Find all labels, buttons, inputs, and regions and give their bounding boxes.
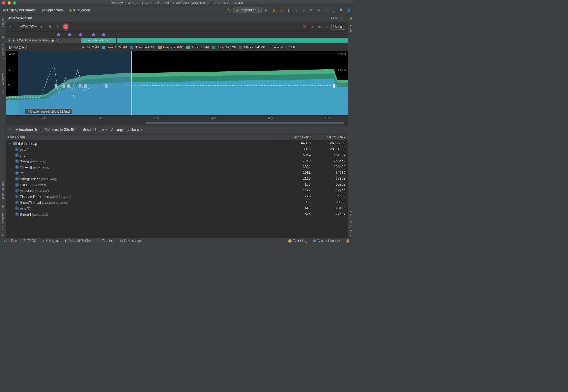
- legend-native: Native: 4.41MB: [130, 46, 155, 49]
- table-row[interactable]: char[]63541187904: [6, 152, 348, 158]
- allocations-table[interactable]: ▾default heap4405826065032byte[]30102301…: [6, 140, 348, 238]
- gradle-console-button[interactable]: ▣ Gradle Console: [312, 239, 341, 243]
- record-button[interactable]: [63, 24, 68, 29]
- gear-icon[interactable]: ⚙ ▾: [331, 16, 337, 20]
- terminal-tool-button[interactable]: ⬛ Terminal: [95, 239, 116, 243]
- avd-icon[interactable]: ⬇: [316, 7, 322, 13]
- profiler-tool-button[interactable]: ◐ Android Profiler: [63, 239, 93, 243]
- zoom-out-icon[interactable]: ⊖: [309, 24, 315, 30]
- table-row[interactable]: StructTimeval (android.system)95830656: [6, 199, 348, 205]
- heap-dump-icon[interactable]: ⬇: [55, 24, 61, 30]
- structure-tool-button[interactable]: 7: Structure: [1, 42, 5, 61]
- table-row[interactable]: ArrayList (java.util)149247744: [6, 188, 348, 194]
- table-row[interactable]: ▾default heap4405826065032: [6, 140, 348, 146]
- status-bar: ▶ 4: Run ☑ TODO ≡ 6: Logcat ◐ Android Pr…: [0, 238, 353, 243]
- play-icon: ▶: [4, 239, 6, 243]
- reset-zoom-icon[interactable]: ⦵: [324, 24, 330, 30]
- column-alloc-count[interactable]: Alloc Count: [281, 135, 313, 140]
- zoom-window-icon[interactable]: [13, 1, 16, 5]
- structure-icon[interactable]: ◫: [331, 7, 337, 13]
- main-toolbar: ▣ DisplayingBitmaps 〉 ▣ Application 〉 ◉ …: [0, 6, 353, 14]
- gradle-tool-button[interactable]: Gradle: [349, 24, 353, 36]
- todo-tool-button[interactable]: ☑ TODO: [21, 239, 38, 243]
- debug-icon[interactable]: 🐞: [278, 7, 284, 13]
- column-shallow-size[interactable]: Shallow Size ▾: [313, 135, 348, 140]
- project-tool-button[interactable]: 1: Project: [1, 16, 5, 32]
- breadcrumb-item[interactable]: ◉ build.gradle: [68, 8, 92, 13]
- chevron-right-icon: 〉: [93, 8, 95, 12]
- download-icon[interactable]: ⤓: [340, 16, 343, 20]
- class-icon: [15, 147, 19, 151]
- table-row[interactable]: byte[]301023011560: [6, 146, 348, 152]
- apply-changes-icon[interactable]: ⚡: [271, 7, 277, 13]
- favorites-tool-button[interactable]: 2: Favorites: [1, 212, 5, 230]
- timeline-scrollbar[interactable]: [6, 121, 348, 124]
- memory-section-dropdown[interactable]: MEMORY ▾: [17, 24, 45, 30]
- back-icon[interactable]: ←: [8, 23, 15, 31]
- heap-filter-dropdown[interactable]: default heap▾: [83, 127, 107, 132]
- touch-event-icon: [79, 33, 82, 36]
- messages-tool-button[interactable]: ✉ 0: Messages: [119, 239, 144, 243]
- table-row[interactable]: String (java.lang)7249743664: [6, 158, 348, 164]
- table-row[interactable]: byte[][]44528176: [6, 205, 348, 211]
- build-variants-tool-button[interactable]: Build Variants: [1, 179, 5, 201]
- lock-icon[interactable]: 🔒: [344, 239, 351, 243]
- stop-icon[interactable]: ■: [301, 7, 307, 13]
- breadcrumb-item[interactable]: ▣ Application: [40, 8, 64, 13]
- todo-icon: ☑: [23, 239, 26, 243]
- table-row[interactable]: Class (java.lang)15855232: [6, 182, 348, 188]
- activity-segment: ui.ImageGridActivity – saved – stopped: [6, 38, 81, 43]
- run-icon[interactable]: ▶: [263, 7, 269, 13]
- class-icon: [15, 195, 19, 198]
- left-tool-stripe: 1: Project ◉ 7: Structure ⋮ Captures ◎ B…: [0, 14, 6, 238]
- profile-icon[interactable]: ◧: [286, 7, 292, 13]
- scrollbar-thumb[interactable]: [145, 122, 344, 124]
- class-icon: [15, 159, 19, 163]
- class-icon: [15, 153, 19, 157]
- export-icon[interactable]: ⇧: [9, 127, 12, 132]
- folder-icon: ▣: [3, 8, 6, 12]
- event-log-button[interactable]: ⬤ Event Log: [286, 239, 309, 243]
- class-icon: [15, 165, 19, 169]
- window-controls: [2, 1, 16, 5]
- gradle-icon: ▣: [313, 239, 316, 243]
- trash-icon[interactable]: 🗑: [47, 24, 53, 30]
- table-row[interactable]: StringBuilder (java.lang)211967808: [6, 176, 348, 182]
- minimize-window-icon[interactable]: [8, 1, 11, 5]
- device-file-explorer-button[interactable]: Device File Explorer: [349, 208, 353, 238]
- close-window-icon[interactable]: [2, 1, 5, 5]
- build-icon[interactable]: 🔨: [226, 7, 232, 13]
- structure-icon: ⋮: [1, 64, 5, 68]
- live-button[interactable]: Live ▶|: [331, 24, 345, 30]
- allocations-toolbar: ⇧ Allocations from 23s25ms to 33s49ms de…: [6, 124, 348, 135]
- table-row[interactable]: FinalizerReference (java.lang.ref)720345…: [6, 194, 348, 199]
- chevron-right-icon: 〉: [37, 8, 40, 12]
- logcat-tool-button[interactable]: ≡ 6: Logcat: [41, 239, 60, 243]
- zoom-in-icon[interactable]: ⊕: [316, 24, 322, 30]
- gradle-file-icon: ◉: [69, 8, 72, 12]
- run-config-dropdown[interactable]: ▣ Application ▾: [233, 7, 262, 13]
- captures-tool-button[interactable]: Captures: [1, 72, 5, 87]
- legend-stack: Stack: 0.3MB: [186, 46, 209, 49]
- table-row[interactable]: Object[] (java.lang)3894198480: [6, 164, 348, 170]
- breadcrumb-item[interactable]: ▣ DisplayingBitmaps: [2, 8, 37, 13]
- right-tool-stripe: ◉ Gradle ▯ Device File Explorer: [348, 14, 353, 238]
- memory-toolbar: ← MEMORY ▾ 🗑 ⬇ ✕ ⊖ ⊕ ⦵ Live ▶|: [6, 22, 348, 32]
- table-row[interactable]: String[] (java.lang)52527504: [6, 211, 348, 217]
- time-selection[interactable]: [18, 51, 132, 115]
- profiler-panel: Android Profiler ⚙ ▾ ⤓ ← MEMORY ▾ 🗑 ⬇ ✕ …: [6, 14, 348, 238]
- class-icon: [15, 206, 19, 210]
- run-tool-button[interactable]: ▶ 4: Run: [2, 239, 19, 243]
- sdk-icon[interactable]: ▯: [323, 7, 329, 13]
- arrange-dropdown[interactable]: Arrange by class▾: [111, 127, 142, 132]
- search-icon[interactable]: 🔍: [338, 7, 344, 13]
- sync-icon[interactable]: ⟳: [308, 7, 314, 13]
- attach-debugger-icon[interactable]: ▯: [293, 7, 299, 13]
- close-icon[interactable]: ✕: [302, 23, 307, 30]
- legend-allocated: Allocated: 7388: [268, 46, 295, 49]
- user-icon[interactable]: 👤: [346, 7, 352, 13]
- column-class-name[interactable]: Class Name: [6, 135, 281, 140]
- memory-chart[interactable]: 64MB 48 32 16 20000 15000 10000 5000 All…: [6, 51, 348, 121]
- table-row[interactable]: int[]108184680: [6, 170, 348, 176]
- gradle-icon: ◉: [349, 16, 353, 20]
